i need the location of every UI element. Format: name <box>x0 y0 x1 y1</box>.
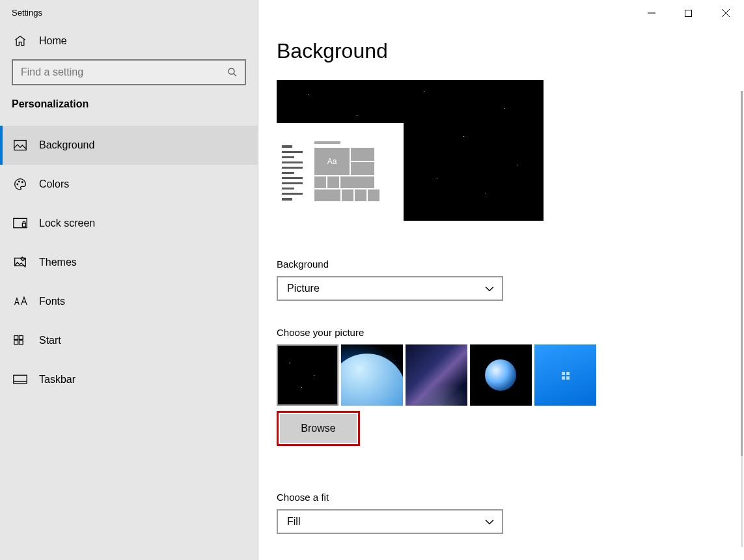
fit-dropdown-value: Fill <box>287 516 300 527</box>
sidebar: Settings Home Personalization <box>0 0 258 560</box>
background-dropdown[interactable]: Picture <box>277 276 503 301</box>
search-field[interactable] <box>21 66 227 78</box>
desktop-preview: Aa <box>277 80 544 221</box>
sidebar-item-background[interactable]: Background <box>0 126 258 165</box>
preview-start-menu: Aa <box>277 123 404 221</box>
choose-fit-label: Choose a fit <box>277 492 726 503</box>
picture-icon <box>13 139 27 151</box>
home-button[interactable]: Home <box>0 23 258 59</box>
svg-rect-16 <box>685 10 692 16</box>
chevron-down-icon <box>485 284 494 293</box>
picture-thumb-stars[interactable] <box>277 344 338 406</box>
background-dropdown-value: Picture <box>287 283 320 294</box>
sidebar-item-label: Themes <box>39 257 77 268</box>
page-title: Background <box>277 39 726 63</box>
browse-button[interactable]: Browse <box>280 414 357 443</box>
home-label: Home <box>39 35 67 47</box>
sidebar-item-label: Background <box>39 139 94 151</box>
background-field-label: Background <box>277 259 726 270</box>
window-controls <box>633 0 744 26</box>
picture-thumbs <box>277 344 726 406</box>
svg-rect-10 <box>19 336 23 340</box>
sidebar-item-taskbar[interactable]: Taskbar <box>0 360 258 399</box>
sidebar-item-lock-screen[interactable]: Lock screen <box>0 204 258 243</box>
main-content: Background <box>258 0 744 560</box>
svg-point-0 <box>228 68 234 74</box>
picture-thumb-windows[interactable] <box>534 344 596 406</box>
nav-list: Background Colors Lock screen <box>0 126 258 399</box>
svg-rect-13 <box>14 375 27 384</box>
minimize-button[interactable] <box>633 0 670 26</box>
sidebar-item-fonts[interactable]: Fonts <box>0 282 258 321</box>
svg-rect-7 <box>22 223 25 227</box>
sidebar-item-themes[interactable]: Themes <box>0 243 258 282</box>
fonts-icon <box>13 296 27 307</box>
search-icon <box>227 66 238 78</box>
svg-point-3 <box>17 184 18 185</box>
picture-thumb-milky-way[interactable] <box>406 344 467 406</box>
svg-point-4 <box>19 181 20 182</box>
browse-highlight: Browse <box>277 411 360 446</box>
svg-rect-12 <box>19 341 23 344</box>
search-input[interactable] <box>12 59 246 85</box>
picture-thumb-earth[interactable] <box>341 344 403 406</box>
palette-icon <box>13 178 27 191</box>
lock-screen-icon <box>13 217 27 229</box>
picture-thumb-globe[interactable] <box>470 344 532 406</box>
svg-line-1 <box>234 74 236 76</box>
fit-dropdown[interactable]: Fill <box>277 509 503 534</box>
sidebar-item-label: Colors <box>39 178 69 190</box>
preview-tile-text: Aa <box>314 148 350 175</box>
choose-picture-label: Choose your picture <box>277 327 726 338</box>
settings-window: Settings Home Personalization <box>0 0 744 560</box>
app-title: Settings <box>0 0 258 23</box>
sidebar-item-label: Taskbar <box>39 374 76 385</box>
start-icon <box>13 335 27 346</box>
sidebar-item-label: Start <box>39 335 61 346</box>
taskbar-icon <box>13 374 27 385</box>
svg-point-5 <box>22 182 23 183</box>
sidebar-item-start[interactable]: Start <box>0 321 258 360</box>
scrollbar-thumb[interactable] <box>741 91 743 456</box>
home-icon <box>13 35 27 48</box>
section-heading: Personalization <box>0 98 258 126</box>
sidebar-item-colors[interactable]: Colors <box>0 165 258 204</box>
chevron-down-icon <box>485 517 494 526</box>
sidebar-item-label: Fonts <box>39 296 65 307</box>
svg-rect-2 <box>14 141 26 150</box>
maximize-button[interactable] <box>670 0 707 26</box>
close-button[interactable] <box>707 0 744 26</box>
sidebar-item-label: Lock screen <box>39 217 95 229</box>
paintbrush-icon <box>13 256 27 269</box>
svg-rect-9 <box>14 336 18 340</box>
svg-rect-11 <box>14 341 18 344</box>
